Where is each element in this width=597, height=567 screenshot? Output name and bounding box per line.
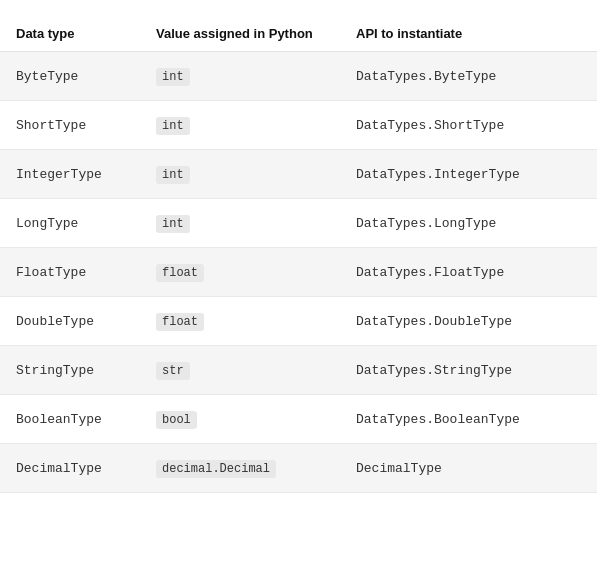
data-type-cell: ShortType — [16, 118, 156, 133]
table-row: DecimalTypedecimal.DecimalDecimalType — [0, 444, 597, 493]
table-row: IntegerTypeintDataTypes.IntegerType — [0, 150, 597, 199]
table-row: StringTypestrDataTypes.StringType — [0, 346, 597, 395]
api-cell: DataTypes.ByteType — [356, 69, 581, 84]
python-value-cell: float — [156, 262, 356, 282]
table-row: FloatTypefloatDataTypes.FloatType — [0, 248, 597, 297]
data-type-cell: ByteType — [16, 69, 156, 84]
data-type-cell: DecimalType — [16, 461, 156, 476]
python-value-cell: float — [156, 311, 356, 331]
python-value-cell: str — [156, 360, 356, 380]
data-type-cell: FloatType — [16, 265, 156, 280]
table-body: ByteTypeintDataTypes.ByteTypeShortTypein… — [0, 52, 597, 493]
data-type-cell: LongType — [16, 216, 156, 231]
header-col2: Value assigned in Python — [156, 26, 356, 41]
python-value-cell: int — [156, 213, 356, 233]
header-col3: API to instantiate — [356, 26, 581, 41]
table-row: BooleanTypeboolDataTypes.BooleanType — [0, 395, 597, 444]
api-cell: DataTypes.BooleanType — [356, 412, 581, 427]
table-row: ByteTypeintDataTypes.ByteType — [0, 52, 597, 101]
python-value-cell: int — [156, 115, 356, 135]
python-value-cell: int — [156, 164, 356, 184]
api-cell: DataTypes.DoubleType — [356, 314, 581, 329]
python-value-cell: int — [156, 66, 356, 86]
data-type-cell: DoubleType — [16, 314, 156, 329]
python-value-cell: bool — [156, 409, 356, 429]
api-cell: DataTypes.ShortType — [356, 118, 581, 133]
table-row: ShortTypeintDataTypes.ShortType — [0, 101, 597, 150]
table-header: Data type Value assigned in Python API t… — [0, 16, 597, 52]
api-cell: DataTypes.StringType — [356, 363, 581, 378]
table-row: LongTypeintDataTypes.LongType — [0, 199, 597, 248]
header-col1: Data type — [16, 26, 156, 41]
data-type-cell: IntegerType — [16, 167, 156, 182]
data-type-cell: BooleanType — [16, 412, 156, 427]
api-cell: DataTypes.FloatType — [356, 265, 581, 280]
api-cell: DataTypes.IntegerType — [356, 167, 581, 182]
table-container: Data type Value assigned in Python API t… — [0, 16, 597, 493]
data-type-cell: StringType — [16, 363, 156, 378]
api-cell: DataTypes.LongType — [356, 216, 581, 231]
table-row: DoubleTypefloatDataTypes.DoubleType — [0, 297, 597, 346]
python-value-cell: decimal.Decimal — [156, 458, 356, 478]
api-cell: DecimalType — [356, 461, 581, 476]
